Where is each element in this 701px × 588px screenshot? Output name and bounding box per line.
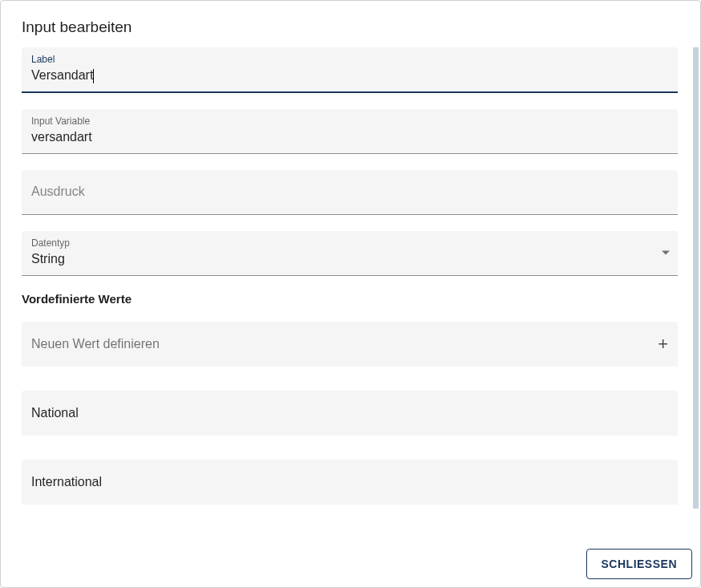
predefined-value-text: National bbox=[31, 406, 79, 420]
text-cursor bbox=[93, 69, 94, 83]
chevron-down-icon bbox=[662, 251, 670, 255]
label-field[interactable]: Label Versandart bbox=[22, 47, 678, 93]
predefined-value-text: International bbox=[31, 475, 102, 489]
predefined-values-heading: Vordefinierte Werte bbox=[22, 292, 678, 306]
datatype-label: Datentyp bbox=[31, 237, 668, 249]
scrollbar[interactable] bbox=[693, 47, 699, 509]
dialog-footer: Schliessen bbox=[1, 539, 700, 587]
add-predefined-value-label: Neuen Wert definieren bbox=[31, 337, 160, 351]
plus-icon: + bbox=[658, 335, 668, 353]
input-variable-value: versandart bbox=[31, 128, 668, 146]
add-predefined-value[interactable]: Neuen Wert definieren + bbox=[22, 322, 678, 367]
dialog-content: Label Versandart Input Variable versanda… bbox=[1, 47, 699, 539]
datatype-select[interactable]: Datentyp String bbox=[22, 231, 678, 276]
expression-placeholder: Ausdruck bbox=[31, 183, 668, 201]
datatype-value: String bbox=[31, 250, 668, 268]
expression-field[interactable]: Ausdruck bbox=[22, 170, 678, 215]
edit-input-dialog: Input bearbeiten Label Versandart Input … bbox=[0, 0, 701, 588]
label-field-label: Label bbox=[31, 54, 668, 65]
label-field-value: Versandart bbox=[31, 67, 668, 84]
close-button[interactable]: Schliessen bbox=[586, 549, 692, 579]
input-variable-label: Input Variable bbox=[31, 116, 668, 127]
scroll-area: Label Versandart Input Variable versanda… bbox=[1, 47, 699, 539]
predefined-value-item[interactable]: National bbox=[22, 391, 678, 436]
dialog-title: Input bearbeiten bbox=[1, 1, 700, 47]
input-variable-field[interactable]: Input Variable versandart bbox=[22, 109, 678, 154]
predefined-value-item[interactable]: International bbox=[22, 460, 678, 505]
